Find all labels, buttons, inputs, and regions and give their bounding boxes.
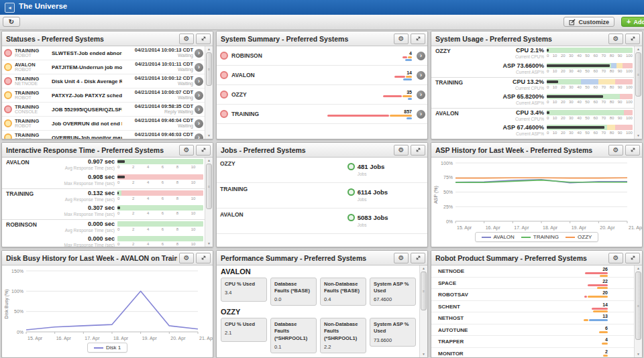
panel-expand-button[interactable] [411,145,425,156]
panel-expand-button[interactable] [196,253,211,263]
scroll-up-button[interactable]: ▲ [205,158,213,164]
scroll-thumb[interactable]: ≡ [206,164,212,209]
status-detail-button[interactable]: › [195,105,203,114]
panel-settings-button[interactable]: ⚙ [608,253,623,263]
scroll-track[interactable]: ≡ [205,52,213,133]
status-detail-button[interactable]: › [195,91,203,100]
panel-settings-button[interactable]: ⚙ [394,145,409,156]
system-detail-button[interactable]: › [417,52,425,60]
panel-header: Robot Product Summary - Preferred System… [431,251,642,265]
svg-text:75%: 75% [443,175,453,180]
expand-icon [201,255,207,261]
refresh-button[interactable]: ↻ [3,17,20,27]
response-system: AVALON [6,159,53,166]
panel-expand-button[interactable] [625,34,640,44]
scroll-thumb[interactable]: ≡ [421,272,427,310]
panel-settings-button[interactable]: ⚙ [394,34,409,44]
usage-gauge: 0102030405060708090100 [547,79,633,89]
scroll-thumb[interactable]: ≡ [635,52,641,97]
customize-label: Customize [578,19,609,25]
panel-header: System Summary - Preferred Systems ⚙ [217,32,427,46]
scrollbar[interactable]: ▲ ≡ ▼ [205,46,213,139]
panel-expand-button[interactable] [625,145,640,156]
chevron-right-icon: › [198,121,200,127]
panel-settings-button[interactable]: ⚙ [179,145,194,156]
status-row: AVALONROBOT PATJITEM-Underrun job monito… [2,60,205,74]
status-detail-button[interactable]: › [195,133,203,139]
metric-card: Database Faults (*BASE)0.0 [270,278,317,306]
scrollbar[interactable]: ▲ ≡ ▼ [634,265,642,357]
scroll-up-button[interactable]: ▲ [635,265,642,272]
scroll-track[interactable]: ≡ [635,52,642,133]
performance-system-title: AVALON [221,267,416,276]
scroll-down-button[interactable]: ▼ [420,351,427,357]
svg-text:18. Apr: 18. Apr [543,225,558,231]
gear-icon: ⚙ [184,36,190,42]
scrollbar[interactable]: ▲ ≡ ▼ [634,46,642,139]
customize-button[interactable]: Customize [564,17,614,27]
svg-text:25%: 25% [443,204,453,209]
scrollbar[interactable]: ▲ ≡ ▼ [205,158,213,247]
expand-icon [415,255,421,261]
panel-expand-button[interactable] [196,34,211,44]
expand-icon [415,147,421,153]
response-value-label: 0.907 sec [53,159,115,166]
scroll-down-button[interactable]: ▼ [635,133,642,139]
panel-settings-button[interactable]: ⚙ [394,253,409,263]
scroll-track[interactable]: ≡ [635,272,642,351]
product-bars [598,331,608,333]
panel-expand-button[interactable] [411,253,425,263]
status-detail-button[interactable]: › [195,63,203,72]
status-detail-button[interactable]: › [195,49,203,58]
product-name: NETNODE [438,268,464,274]
scroll-down-button[interactable]: ▼ [205,133,213,139]
usage-gauge: 0102030405060708090100 [547,110,633,120]
panel-jobs: Jobs - Preferred Systems ⚙ OZZY 481 Jobs… [216,142,428,247]
scroll-track[interactable]: ≡ [205,164,213,241]
scroll-thumb[interactable]: ≡ [635,272,641,340]
event-bars [327,114,412,119]
status-system: TRAINING [15,119,50,124]
scrollbar[interactable]: ▲ ≡ ▼ [419,265,427,357]
status-detail-button[interactable]: › [195,77,203,86]
panel-settings-button[interactable]: ⚙ [179,34,194,44]
gear-icon: ⚙ [398,36,405,42]
chart-legend: AVALONTRAININGOZZY [475,232,599,242]
panel-settings-button[interactable]: ⚙ [608,145,623,156]
svg-text:50%: 50% [443,190,453,194]
product-name: TRAPPER [438,339,464,345]
response-sublabel: Avg Response Time (sec) [53,228,115,233]
scroll-down-button[interactable]: ▼ [635,351,642,357]
back-icon[interactable]: ◄ [5,3,15,13]
system-detail-button[interactable]: › [417,71,425,80]
status-system: AVALON [15,62,50,68]
scroll-up-button[interactable]: ▲ [420,265,427,272]
jobs-status-icon [347,188,355,196]
status-message: Disk Unit 4 - Disk Average Response Time… [50,78,122,84]
panel-expand-button[interactable] [196,145,211,156]
system-detail-button[interactable]: › [417,110,425,119]
panel-settings-button[interactable]: ⚙ [179,253,194,263]
metric-card: System ASP % Used67.4600 [370,278,416,306]
usage-gauge: 0102030405060708090100 [547,125,633,135]
status-product: ROBOT [15,53,50,58]
product-row: ROBOTSAV20 [431,289,635,301]
panel-settings-button[interactable]: ⚙ [608,34,623,44]
scroll-up-button[interactable]: ▲ [635,46,642,52]
panel-expand-button[interactable] [411,34,425,44]
add-button[interactable]: + Add [621,17,644,27]
scroll-up-button[interactable]: ▲ [205,46,213,52]
status-row: TRAININGROBOT SLWTEST-Job ended abnormal… [2,46,205,60]
status-message: Job OVERRUN did not end by 04/21/14 09:4… [50,121,122,127]
scroll-track[interactable]: ≡ [420,272,427,351]
status-timestamp: 04/21/2014 10:00:07 CDT [122,90,193,95]
status-detail-button[interactable]: › [195,119,203,128]
usage-system: AVALON [435,110,482,117]
panel-expand-button[interactable] [625,253,640,263]
usage-row: OZZY CPU 2.1%Current CPU% 01020304050607… [431,46,635,62]
scroll-down-button[interactable]: ▼ [205,241,213,247]
status-product: NETNODE [15,81,50,86]
scroll-thumb[interactable]: ≡ [206,52,212,86]
system-detail-button[interactable]: › [417,91,425,99]
svg-text:20. Apr: 20. Apr [600,225,615,231]
